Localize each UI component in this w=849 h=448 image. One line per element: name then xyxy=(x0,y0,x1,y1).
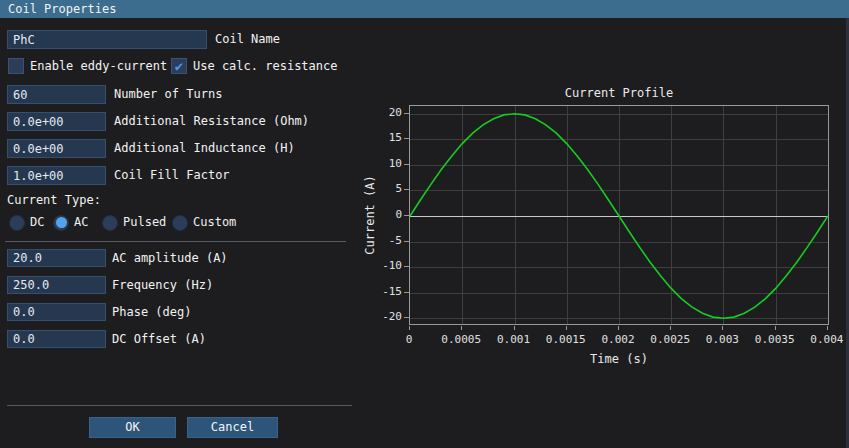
y-tick-label: -5 xyxy=(360,234,402,247)
current-profile-chart: Current Profile Current (A) Time (s) 00.… xyxy=(360,18,849,448)
window-title: Coil Properties xyxy=(8,2,116,16)
x-tick xyxy=(827,326,828,330)
dc-offset-label: DC Offset (A) xyxy=(112,330,206,349)
y-tick-label: -15 xyxy=(360,285,402,298)
x-tick xyxy=(514,326,515,330)
enable-eddy-current-checkbox[interactable]: ✔ xyxy=(8,58,24,74)
footer-divider xyxy=(7,405,352,406)
ac-amplitude-label: AC amplitude (A) xyxy=(112,249,228,268)
y-tick-label: 5 xyxy=(360,182,402,195)
y-tick xyxy=(404,138,409,139)
radio-custom-label: Custom xyxy=(193,214,236,231)
radio-option-ac[interactable]: AC xyxy=(53,214,88,231)
enable-eddy-current-label: Enable eddy-current xyxy=(30,57,167,76)
y-tick xyxy=(404,266,409,267)
frequency-label: Frequency (Hz) xyxy=(112,276,213,295)
radio-ac-label: AC xyxy=(74,214,88,231)
radio-pulsed-icon xyxy=(102,215,118,231)
ok-button[interactable]: OK xyxy=(89,417,176,438)
y-tick-label: -10 xyxy=(360,259,402,272)
y-tick xyxy=(404,113,409,114)
window-title-bar[interactable]: Coil Properties xyxy=(0,0,849,18)
check-icon: ✔ xyxy=(175,59,183,73)
radio-pulsed-label: Pulsed xyxy=(123,214,166,231)
radio-option-custom[interactable]: Custom xyxy=(172,214,236,231)
radio-dc-icon xyxy=(9,215,25,231)
section-divider xyxy=(5,241,346,242)
use-calc-resistance-label: Use calc. resistance xyxy=(193,57,338,76)
x-tick xyxy=(775,326,776,330)
coil-name-input[interactable] xyxy=(7,30,207,49)
frequency-input[interactable] xyxy=(7,276,106,294)
current-curve xyxy=(410,106,829,325)
use-calc-resistance-checkbox[interactable]: ✔ xyxy=(171,58,187,74)
x-tick xyxy=(566,326,567,330)
x-tick-label: 0.001 xyxy=(484,333,544,346)
radio-dc-label: DC xyxy=(30,214,44,231)
radio-ac-icon xyxy=(53,215,69,231)
y-tick xyxy=(404,164,409,165)
x-tick xyxy=(409,326,410,330)
y-tick xyxy=(404,189,409,190)
radio-option-pulsed[interactable]: Pulsed xyxy=(102,214,166,231)
x-tick-label: 0.0035 xyxy=(745,333,805,346)
additional-resistance-input[interactable] xyxy=(7,112,106,131)
additional-resistance-label: Additional Resistance (Ohm) xyxy=(114,112,309,131)
x-tick xyxy=(670,326,671,330)
y-tick xyxy=(404,292,409,293)
ac-amplitude-input[interactable] xyxy=(7,249,106,267)
dc-offset-input[interactable] xyxy=(7,330,106,348)
x-tick-label: 0.002 xyxy=(588,333,648,346)
additional-inductance-label: Additional Inductance (H) xyxy=(114,139,295,158)
chart-plot-area xyxy=(409,105,829,325)
current-type-label: Current Type: xyxy=(7,191,101,210)
x-tick-label: 0.0015 xyxy=(536,333,596,346)
number-of-turns-input[interactable] xyxy=(7,85,106,104)
y-tick-label: 20 xyxy=(360,106,402,119)
x-tick-label: 0.004 xyxy=(797,333,849,346)
x-axis-label: Time (s) xyxy=(409,352,829,366)
chart-title: Current Profile xyxy=(409,86,829,100)
number-of-turns-label: Number of Turns xyxy=(114,85,222,104)
phase-label: Phase (deg) xyxy=(112,303,191,322)
y-tick xyxy=(404,215,409,216)
x-tick xyxy=(618,326,619,330)
x-tick xyxy=(461,326,462,330)
coil-fill-factor-label: Coil Fill Factor xyxy=(114,166,230,185)
y-tick xyxy=(404,317,409,318)
y-tick-label: 15 xyxy=(360,131,402,144)
coil-fill-factor-input[interactable] xyxy=(7,166,106,185)
additional-inductance-input[interactable] xyxy=(7,139,106,158)
coil-name-label: Coil Name xyxy=(215,30,280,49)
radio-custom-icon xyxy=(172,215,188,231)
y-tick-label: 10 xyxy=(360,157,402,170)
x-tick-label: 0.003 xyxy=(692,333,752,346)
x-tick-label: 0.0005 xyxy=(431,333,491,346)
y-tick xyxy=(404,241,409,242)
x-tick xyxy=(722,326,723,330)
cancel-button[interactable]: Cancel xyxy=(187,417,278,438)
x-tick-label: 0.0025 xyxy=(640,333,700,346)
phase-input[interactable] xyxy=(7,303,106,321)
x-tick-label: 0 xyxy=(379,333,439,346)
y-tick-label: 0 xyxy=(360,208,402,221)
y-tick-label: -20 xyxy=(360,310,402,323)
radio-option-dc[interactable]: DC xyxy=(9,214,44,231)
